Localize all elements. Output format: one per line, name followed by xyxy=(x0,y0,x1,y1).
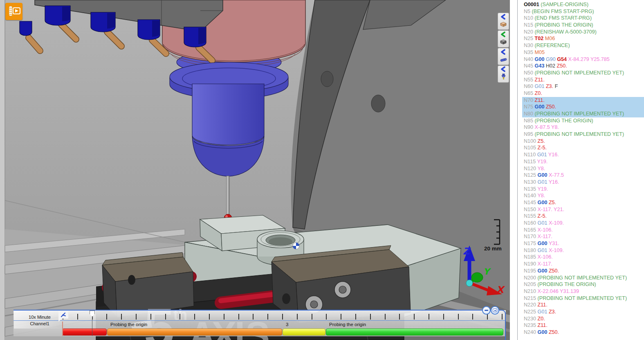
gcode-line[interactable]: N215 (PROBING NOT IMPLEMENTED YET) xyxy=(510,295,644,302)
part-box-icon xyxy=(499,39,507,46)
gcode-line[interactable]: N170 X-117. xyxy=(510,233,644,240)
timeline-segment[interactable] xyxy=(107,329,282,335)
ruler-tick xyxy=(326,314,327,320)
gcode-line[interactable]: N20 (RENISHAW A-5000-3709) xyxy=(510,29,644,36)
gcode-line[interactable]: N220 Z11. xyxy=(510,302,644,308)
gcode-line[interactable]: N85 (PROBING THE ORIGIN) xyxy=(510,117,644,124)
gcode-line[interactable]: N185 X-106. xyxy=(510,254,644,261)
gcode-editor-panel[interactable]: O0001 (SAMPLE-ORIGINS)N5 (BEGIN FMS STAR… xyxy=(510,0,644,340)
ruler-tick xyxy=(487,314,488,320)
gcode-line[interactable]: O0001 (SAMPLE-ORIGINS) xyxy=(510,1,644,8)
gcode-line[interactable]: N140 Y8. xyxy=(510,192,644,199)
gcode-line[interactable]: N70 Z11. xyxy=(510,97,644,104)
gcode-line[interactable]: N145 G00 Z5. xyxy=(510,199,644,206)
display-toggle-toolbar xyxy=(498,13,509,83)
gcode-line[interactable]: N125 G00 X-77.5 xyxy=(510,172,644,179)
gcode-line[interactable]: N5 (BEGIN FMS START-PRG) xyxy=(510,8,644,15)
ruler-tick xyxy=(209,314,210,320)
gcode-line-list: O0001 (SAMPLE-ORIGINS)N5 (BEGIN FMS STAR… xyxy=(510,1,644,336)
ruler-tick xyxy=(194,314,195,320)
work-origin-marker xyxy=(293,243,299,249)
simulation-play-button[interactable] xyxy=(5,3,22,20)
gcode-line[interactable]: N235 Z11. xyxy=(510,322,644,329)
gcode-line[interactable]: N15 (PROBING THE ORIGIN) xyxy=(510,22,644,29)
gcode-line[interactable]: N115 Y19. xyxy=(510,158,644,165)
gcode-line[interactable]: N130 G01 Y16. xyxy=(510,179,644,186)
gcode-line[interactable]: N120 Y8. xyxy=(510,165,644,172)
gcode-line[interactable]: N35 M05 xyxy=(510,49,644,56)
toggle-tool-button[interactable] xyxy=(498,65,509,83)
gcode-line[interactable]: N95 (PROBING NOT IMPLEMENTED YET) xyxy=(510,131,644,138)
timeline-segment[interactable] xyxy=(283,329,325,335)
gcode-line[interactable]: N210 X-22.046 Y31.139 xyxy=(510,288,644,295)
playhead-line xyxy=(92,316,92,336)
ruler-tick xyxy=(136,314,137,320)
ruler-tick xyxy=(414,314,415,320)
gcode-line[interactable]: N230 Z0. xyxy=(510,315,644,322)
timeline-zoom-out-button[interactable] xyxy=(482,306,491,315)
simulation-timeline: 10x Minute Channel1 Probing the origin3P… xyxy=(13,310,506,340)
gcode-line[interactable]: N65 Z0. xyxy=(510,90,644,97)
gcode-line[interactable]: N105 Z-5. xyxy=(510,144,644,151)
ruler-tick xyxy=(224,314,224,320)
socket-screw xyxy=(334,281,351,298)
ruler-tick xyxy=(121,314,122,320)
gcode-line[interactable]: N175 G00 Y31. xyxy=(510,240,644,247)
gcode-line[interactable]: N10 (END FMS START-PRG) xyxy=(510,15,644,22)
gcode-line[interactable]: N190 X-117. xyxy=(510,261,644,268)
probe-tool-icon xyxy=(499,74,507,82)
ruler-tick xyxy=(472,314,473,320)
gcode-line[interactable]: N155 Z-5. xyxy=(510,213,644,220)
ruler-tick xyxy=(77,314,78,320)
ruler-tick xyxy=(355,314,356,320)
toggle-part-button[interactable] xyxy=(498,30,509,47)
toggle-fixture-button[interactable] xyxy=(498,48,509,65)
ruler-tick xyxy=(429,314,429,320)
wall-hole xyxy=(371,95,385,112)
chevron-left-icon xyxy=(499,14,507,21)
ruler-tick xyxy=(385,314,386,320)
gcode-line[interactable]: N45 G43 H02 Z50. xyxy=(510,63,644,70)
fixture-icon xyxy=(499,56,507,64)
ruler-tick xyxy=(253,314,254,320)
gcode-line[interactable]: N165 X-106. xyxy=(510,227,644,234)
gcode-line[interactable]: N40 G00 G90 G54 X-84.279 Y25.785 xyxy=(510,56,644,63)
machine-3d-view[interactable]: 5 th A X I S 20 mm Z Y X xyxy=(0,0,510,340)
tool-play-icon xyxy=(5,3,22,20)
gcode-line[interactable]: N240 G00 Z50. xyxy=(510,329,644,336)
toggle-stock-button[interactable] xyxy=(498,13,509,30)
ruler-tick xyxy=(370,314,371,320)
gcode-line[interactable]: N200 (PROBING NOT IMPLEMENTED YET) xyxy=(510,275,644,281)
gcode-line[interactable]: N195 G00 Z50. xyxy=(510,268,644,275)
gcode-line[interactable]: N180 G01 X-109. xyxy=(510,247,644,254)
gcode-line[interactable]: N25 T02 M06 xyxy=(510,35,644,42)
gcode-line[interactable]: N90 X-87.5 Y8. xyxy=(510,124,644,131)
gcode-line[interactable]: N150 X-117. Y21. xyxy=(510,206,644,213)
timeline-segment[interactable] xyxy=(326,329,503,335)
timeline-channel-label: Channel1 xyxy=(17,321,63,326)
gcode-line[interactable]: N75 G00 Z50. xyxy=(510,104,644,110)
ruler-tick xyxy=(399,314,400,320)
gcode-line[interactable]: N50 (PROBING NOT IMPLEMENTED YET) xyxy=(510,70,644,77)
ruler-tick xyxy=(443,314,444,320)
segment-label: Probing the origin xyxy=(329,322,366,328)
gcode-line[interactable]: N80 (PROBING NOT IMPLEMENTED YET) xyxy=(510,110,644,117)
ruler-tick xyxy=(238,314,239,320)
timeline-zoom-fit-button[interactable] xyxy=(491,306,499,315)
scale-label: 20 mm xyxy=(484,245,502,252)
gcode-line[interactable]: N205 (PROBING THE ORIGIN) xyxy=(510,281,644,288)
ruler-tick xyxy=(312,314,312,320)
gcode-line[interactable]: N160 G01 X-109. xyxy=(510,220,644,227)
gcode-line[interactable]: N225 G01 Z3. xyxy=(510,308,644,315)
gcode-line[interactable]: N55 Z11. xyxy=(510,77,644,83)
timeline-segment[interactable] xyxy=(62,329,107,335)
gcode-line[interactable]: N110 G01 Y16. xyxy=(510,151,644,158)
ruler-tick xyxy=(180,314,180,320)
box-minus-icon xyxy=(493,308,497,312)
gcode-line[interactable]: N100 Z5. xyxy=(510,138,644,145)
ruler-tick xyxy=(267,314,268,320)
gcode-line[interactable]: N135 Y19. xyxy=(510,186,644,193)
gcode-line[interactable]: N60 G01 Z3. F xyxy=(510,83,644,90)
segment-label: 3 xyxy=(286,322,288,328)
gcode-line[interactable]: N30 (REFERENCE) xyxy=(510,42,644,49)
